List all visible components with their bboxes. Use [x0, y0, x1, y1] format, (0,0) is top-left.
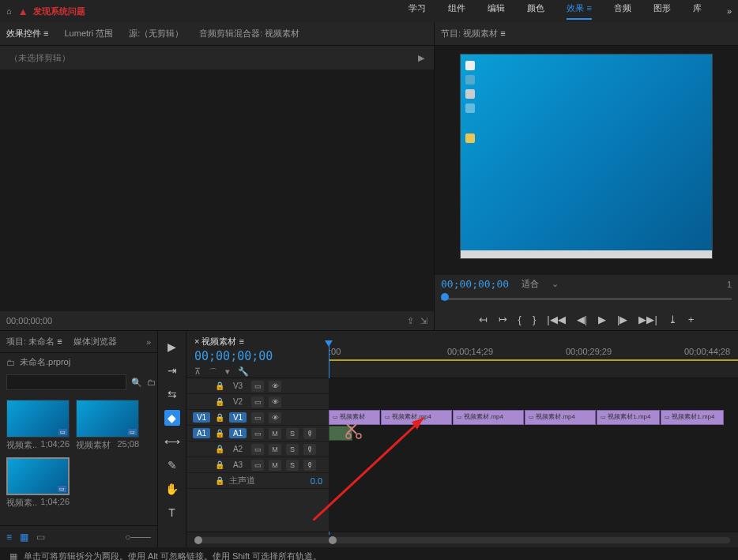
program-panel: 节目: 视频素材 ≡ 00;00;00;00 适合 ⌄ 1 ↤ ↦ {: [435, 22, 738, 330]
status-bar: ▦ 单击可将剪辑拆分为两段。使用 Alt 可忽略链接。使用 Shift 可选择所…: [0, 547, 738, 560]
v1-clips: ▭ 视频素材▭ 视频素材.mp4▭ 视频素材.mp4▭ 视频素材.mp4▭ 视频…: [329, 410, 738, 426]
link-icon[interactable]: ⌒: [209, 366, 217, 378]
track-headers: 🔒V3▭👁🔒V2▭👁V1🔒V1▭👁A1🔒A1▭MS🎙🔒A2▭MS🎙🔒A3▭MS🎙…: [186, 378, 329, 532]
source-tab[interactable]: 源:（无剪辑）: [129, 28, 183, 39]
mark-in-icon[interactable]: ↤: [479, 314, 488, 325]
source-tab[interactable]: 音频剪辑混合器: 视频素材: [199, 28, 299, 39]
program-tab[interactable]: 节目: 视频素材 ≡: [441, 28, 506, 39]
workspace-tab-颜色[interactable]: 颜色: [527, 2, 544, 20]
export-icon[interactable]: ⤓: [668, 314, 677, 325]
settings-icon[interactable]: 🔧: [238, 366, 249, 378]
zoom-slider[interactable]: ○───: [125, 532, 151, 543]
hand-tool-icon[interactable]: ✋: [164, 481, 180, 497]
workspace-tab-库[interactable]: 库: [693, 2, 702, 20]
pen-tool-icon[interactable]: ✎: [164, 457, 180, 473]
source-monitor: [0, 70, 434, 311]
folder-icon: 🗀: [6, 358, 15, 367]
timeline-clip[interactable]: ▭ 视频素材.mp4: [453, 410, 524, 425]
project-panel: 项目: 未命名 ≡ 媒体浏览器 » 🗀 未命名.prproj 🔍 🗀 ▭视频素.…: [0, 331, 158, 547]
program-timecode[interactable]: 00;00;00;00: [441, 278, 509, 290]
source-tabs: 效果控件 ≡Lumetri 范围源:（无剪辑）音频剪辑混合器: 视频素材: [0, 22, 434, 46]
new-bin-icon[interactable]: 🗀: [147, 378, 156, 387]
workspace-tab-编辑[interactable]: 编辑: [488, 2, 505, 20]
clip-selector[interactable]: （未选择剪辑） ▶: [0, 46, 434, 70]
program-monitor: [435, 46, 738, 275]
project-footer: ≡ ▦ ▭ ○───: [0, 525, 157, 547]
source-tab[interactable]: 效果控件 ≡: [6, 28, 48, 39]
export-frame-icon[interactable]: ⇪: [407, 316, 414, 326]
chevron-right-icon: ▶: [418, 53, 424, 63]
timeline-clip[interactable]: ▭ 视频素材1.mp4: [597, 410, 660, 425]
audio-clip[interactable]: [329, 426, 352, 441]
sequence-tab[interactable]: × 视频素材 ≡: [194, 336, 321, 348]
source-footer: 00;00;00;00 ⇪ ⇲: [0, 311, 434, 330]
timeline-clip[interactable]: ▭ 视频素材.mp4: [381, 410, 452, 425]
mark-out-icon[interactable]: ↦: [499, 314, 507, 325]
list-view-icon[interactable]: ≡: [6, 532, 12, 543]
slip-tool-icon[interactable]: ⟷: [164, 434, 180, 449]
warning-icon[interactable]: ▲: [18, 6, 28, 17]
expand-icon[interactable]: »: [711, 6, 732, 16]
program-controls: 00;00;00;00 适合 ⌄ 1: [435, 275, 738, 293]
source-tab[interactable]: Lumetri 范围: [64, 28, 113, 39]
timeline-clip[interactable]: ▭ 视频素材: [329, 410, 380, 425]
scrubber-thumb[interactable]: [441, 293, 449, 301]
program-scrubber[interactable]: [435, 293, 738, 309]
audio-track-header[interactable]: 🔒A2▭MS🎙: [186, 442, 329, 457]
audio-track-header[interactable]: A1🔒A1▭MS🎙: [186, 426, 329, 442]
snap-icon[interactable]: ⊼: [194, 366, 201, 378]
transport-controls: ↤ ↦ { } |◀◀ ◀| ▶ |▶ ▶▶| ⤓ +: [435, 309, 738, 330]
marker-out-icon[interactable]: }: [533, 314, 536, 325]
workspace-tab-组件[interactable]: 组件: [448, 2, 465, 20]
search-icon[interactable]: 🔍: [131, 378, 142, 388]
play-icon[interactable]: ▶: [598, 314, 606, 325]
marker-in-icon[interactable]: {: [518, 314, 521, 325]
a1-clips: [329, 426, 738, 442]
timeline-timecode[interactable]: 00;00;00;00: [194, 349, 321, 363]
workspace-tab-图形[interactable]: 图形: [653, 2, 671, 20]
workspace-tab-效果[interactable]: 效果 ≡: [567, 2, 591, 20]
search-row: 🔍 🗀: [0, 371, 157, 393]
search-input[interactable]: [6, 374, 126, 390]
ripple-tool-icon[interactable]: ⇆: [164, 386, 180, 402]
goto-out-icon[interactable]: ▶▶|: [638, 314, 657, 325]
warning-text[interactable]: 发现系统问题: [33, 6, 85, 17]
freeform-view-icon[interactable]: ▭: [36, 532, 45, 543]
razor-tool-icon[interactable]: ◆: [164, 410, 180, 426]
empty-clip-label: （未选择剪辑）: [9, 52, 70, 64]
video-track-header[interactable]: 🔒V3▭👁: [186, 378, 329, 394]
zoom-scrollbar[interactable]: [194, 537, 730, 543]
track-select-tool-icon[interactable]: ⇥: [164, 363, 180, 378]
tool-column: ▶ ⇥ ⇆ ◆ ⟷ ✎ ✋ T: [158, 331, 186, 547]
button-editor-icon[interactable]: +: [688, 314, 695, 325]
workspace-tab-学习[interactable]: 学习: [409, 2, 426, 20]
project-tab[interactable]: 项目: 未命名 ≡: [6, 336, 62, 348]
timeline-clip[interactable]: ▭ 视频素材1.mp4: [661, 410, 724, 425]
track-content[interactable]: ▭ 视频素材▭ 视频素材.mp4▭ 视频素材.mp4▭ 视频素材.mp4▭ 视频…: [329, 378, 738, 532]
workspace-tab-音频[interactable]: 音频: [614, 2, 631, 20]
fit-dropdown[interactable]: 适合: [521, 278, 539, 290]
project-item[interactable]: ▭视频素..1;04;26: [6, 400, 70, 451]
project-filename: 未命名.prproj: [20, 356, 70, 368]
marker-icon[interactable]: ▾: [225, 366, 230, 378]
project-item[interactable]: ▭视频素材25;08: [76, 400, 139, 451]
timeline-clip[interactable]: ▭ 视频素材.mp4: [525, 410, 596, 425]
home-icon[interactable]: ⌂: [6, 6, 12, 16]
step-back-icon[interactable]: ◀|: [577, 314, 587, 325]
icon-view-icon[interactable]: ▦: [20, 532, 28, 543]
timeline-header: × 视频素材 ≡ 00;00;00;00 ⊼ ⌒ ▾ 🔧 :0000;00;14…: [186, 331, 738, 378]
settings-icon[interactable]: ⇲: [420, 316, 427, 326]
selection-tool-icon[interactable]: ▶: [164, 339, 180, 355]
timeline-ruler[interactable]: :0000;00;14;2900;00;29;2900;00;44;28: [329, 331, 738, 378]
project-item[interactable]: ▭视频素..1;04;26: [6, 457, 70, 509]
audio-track-header[interactable]: 🔒A3▭MS🎙: [186, 457, 329, 473]
goto-in-icon[interactable]: |◀◀: [547, 314, 565, 325]
more-icon[interactable]: »: [146, 337, 151, 347]
timeline-footer: [186, 532, 738, 547]
type-tool-icon[interactable]: T: [164, 505, 180, 521]
media-browser-tab[interactable]: 媒体浏览器: [73, 336, 117, 348]
step-fwd-icon[interactable]: |▶: [617, 314, 627, 325]
video-track-header[interactable]: 🔒V2▭👁: [186, 394, 329, 410]
source-panel: 效果控件 ≡Lumetri 范围源:（无剪辑）音频剪辑混合器: 视频素材 （未选…: [0, 22, 435, 330]
video-track-header[interactable]: V1🔒V1▭👁: [186, 410, 329, 426]
